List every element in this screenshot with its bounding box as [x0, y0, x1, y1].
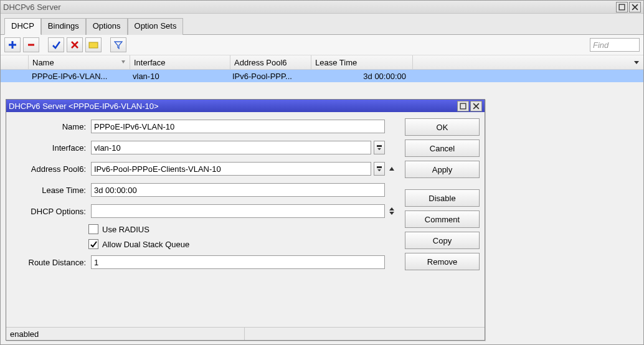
dialog-statusbar: enabled	[6, 327, 485, 340]
use-radius-checkbox[interactable]	[88, 224, 98, 234]
find-input[interactable]: Find	[590, 38, 640, 52]
col-name[interactable]: Name	[29, 55, 130, 69]
name-label: Name:	[11, 122, 88, 131]
svg-rect-2	[460, 103, 466, 109]
comment-dialog-button[interactable]: Comment	[405, 210, 480, 228]
dialog-close-button[interactable]	[470, 101, 482, 111]
svg-rect-1	[89, 42, 98, 48]
main-titlebar: DHCPv6 Server	[1, 1, 643, 14]
dialog-title: DHCPv6 Server <PPPoE-IPv6-VLAN-10>	[9, 102, 456, 111]
toolbar: Find	[1, 35, 643, 55]
edit-dialog: DHCPv6 Server <PPPoE-IPv6-VLAN-10> Name:…	[6, 99, 485, 341]
options-label: DHCP Options:	[11, 207, 88, 216]
add-button[interactable]	[4, 37, 21, 52]
dialog-titlebar[interactable]: DHCPv6 Server <PPPoE-IPv6-VLAN-10>	[6, 100, 485, 112]
apply-button[interactable]: Apply	[405, 161, 480, 178]
disable-button[interactable]: Disable	[405, 189, 480, 207]
dialog-restore-button[interactable]	[457, 101, 469, 111]
pool-label: Address Pool6:	[11, 164, 88, 174]
tab-option-sets[interactable]: Option Sets	[128, 18, 184, 35]
cancel-button[interactable]: Cancel	[405, 139, 480, 157]
col-pool[interactable]: Address Pool6	[230, 55, 311, 69]
main-close-button[interactable]	[629, 2, 641, 12]
pool-dropdown-button[interactable]	[374, 162, 385, 176]
tab-dhcp[interactable]: DHCP	[4, 18, 41, 35]
filter-button[interactable]	[110, 37, 126, 52]
dialog-form: Name: Interface: Address Pool6:	[11, 118, 396, 323]
cell-lease: 3d 00:00:00	[309, 71, 410, 82]
tab-options[interactable]: Options	[86, 18, 128, 35]
table-row[interactable]: PPPoE-IPv6-VLAN... vlan-10 IPv6-Pool-PPP…	[1, 70, 643, 82]
enable-button[interactable]	[48, 37, 64, 52]
interface-dropdown-button[interactable]	[374, 141, 385, 154]
copy-button[interactable]: Copy	[405, 232, 480, 249]
remove-button[interactable]	[23, 37, 39, 52]
dropdown-icon	[633, 59, 640, 65]
col-menu[interactable]	[413, 55, 643, 69]
pool-collapse-button[interactable]	[387, 166, 396, 171]
cell-interface: vlan-10	[129, 71, 229, 82]
lease-label: Lease Time:	[11, 186, 88, 195]
lease-input[interactable]	[91, 183, 385, 197]
tabs: DHCP Bindings Options Option Sets	[1, 14, 643, 35]
remove-dialog-button[interactable]: Remove	[405, 253, 480, 270]
sort-indicator-icon	[121, 60, 126, 65]
dual-stack-label: Allow Dual Stack Queue	[102, 240, 189, 249]
col-lease[interactable]: Lease Time	[311, 55, 413, 69]
dual-stack-checkbox[interactable]	[88, 239, 98, 249]
use-radius-label: Use RADIUS	[102, 225, 149, 234]
comment-button[interactable]	[85, 37, 102, 52]
svg-rect-0	[619, 4, 625, 10]
cell-pool: IPv6-Pool-PPP...	[229, 71, 309, 82]
table-header: Name Interface Address Pool6 Lease Time	[1, 55, 643, 70]
options-input[interactable]	[91, 204, 385, 218]
main-window-title: DHCPv6 Server	[3, 2, 615, 12]
options-spinner[interactable]	[387, 207, 396, 215]
pool-input[interactable]	[91, 162, 371, 176]
disable-button[interactable]	[67, 37, 83, 52]
route-distance-label: Route Distance:	[11, 258, 88, 267]
svg-rect-4	[377, 166, 382, 168]
svg-rect-3	[377, 145, 382, 147]
tab-bindings[interactable]: Bindings	[41, 18, 86, 35]
status-text: enabled	[6, 328, 245, 340]
col-interface[interactable]: Interface	[130, 55, 230, 69]
interface-input[interactable]	[91, 141, 371, 154]
route-distance-input[interactable]	[91, 255, 385, 269]
main-restore-button[interactable]	[616, 2, 628, 12]
interface-label: Interface:	[11, 143, 88, 153]
name-input[interactable]	[91, 120, 385, 133]
dialog-buttons: OK Cancel Apply Disable Comment Copy Rem…	[405, 118, 480, 323]
cell-name: PPPoE-IPv6-VLAN...	[28, 71, 129, 82]
ok-button[interactable]: OK	[405, 118, 480, 136]
col-flag[interactable]	[1, 55, 29, 69]
server-table: Name Interface Address Pool6 Lease Time …	[1, 55, 643, 82]
